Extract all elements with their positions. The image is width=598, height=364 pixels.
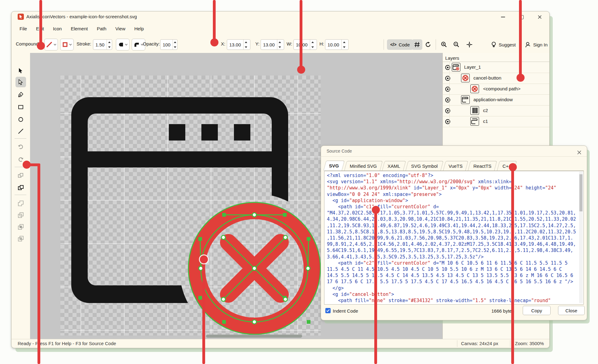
- y-spinner[interactable]: 13.00: [261, 39, 284, 50]
- stroke-label: Stroke:: [77, 41, 91, 46]
- spinner-arrows[interactable]: [341, 40, 347, 50]
- fill-color-button[interactable]: [60, 39, 74, 50]
- copy-button[interactable]: Copy: [523, 306, 551, 315]
- indent-code-label[interactable]: Indent Code: [333, 308, 358, 314]
- drawing-region[interactable]: [60, 76, 321, 336]
- code-button[interactable]: </> Code: [387, 39, 413, 50]
- signin-button[interactable]: Sign In: [522, 39, 550, 50]
- tab-svg[interactable]: SVG: [323, 161, 345, 171]
- rectangle-tool[interactable]: [15, 102, 26, 112]
- layer-row[interactable]: application-window: [443, 94, 549, 106]
- toolbar-divider: [384, 39, 384, 50]
- layer-row[interactable]: <compound path>: [443, 84, 549, 95]
- opacity-spinner[interactable]: 100: [160, 39, 178, 50]
- x-spinner[interactable]: 13.00: [227, 39, 250, 50]
- spinner-arrows[interactable]: [173, 40, 177, 50]
- layer-row[interactable]: Layer_1: [443, 62, 549, 73]
- code-scrollbar-thumb[interactable]: [579, 174, 583, 211]
- zoom-in-button[interactable]: [439, 39, 449, 50]
- minimize-button[interactable]: [498, 13, 508, 21]
- status-divider: [510, 340, 510, 347]
- compound-icon: [18, 185, 24, 191]
- visibility-eye-icon[interactable]: [445, 119, 451, 125]
- annotation-line: [374, 210, 377, 364]
- status-message: Ready - Press F1 for Help - F3 for Sourc…: [18, 341, 116, 346]
- tab-xaml[interactable]: XAML: [382, 161, 406, 171]
- menu-path[interactable]: Path: [97, 26, 106, 31]
- center-crosshair-icon: [466, 41, 473, 48]
- rotate-view-button[interactable]: [423, 39, 433, 50]
- group-tool[interactable]: [15, 171, 26, 181]
- stroke-color-button[interactable]: [44, 39, 58, 50]
- menu-view[interactable]: View: [115, 26, 125, 31]
- suggest-button[interactable]: Suggest: [488, 39, 519, 50]
- zoom-out-button[interactable]: [451, 39, 462, 50]
- tab-reactts[interactable]: ReactTS: [468, 161, 497, 171]
- visibility-eye-icon[interactable]: [445, 86, 451, 92]
- layer-row[interactable]: c2: [443, 105, 549, 116]
- spinner-arrows[interactable]: [107, 40, 112, 50]
- circle-icon: [18, 117, 24, 122]
- c2-bars-icon: [470, 106, 479, 115]
- visibility-eye-icon[interactable]: [445, 75, 451, 81]
- w-spinner[interactable]: 10.00: [293, 39, 317, 50]
- y-label: Y:: [255, 41, 259, 46]
- visibility-eye-icon[interactable]: [445, 108, 451, 114]
- annotation-dot: [372, 206, 380, 214]
- tab-minified-svg[interactable]: Minified SVG: [344, 161, 383, 171]
- union-tool[interactable]: [15, 198, 26, 209]
- layer-label[interactable]: c2: [483, 108, 488, 113]
- code-glyph-icon: </>: [390, 42, 396, 47]
- layer-label[interactable]: <compound path>: [483, 86, 521, 91]
- spinner-arrows[interactable]: [277, 40, 282, 50]
- menu-help[interactable]: Help: [134, 26, 144, 31]
- line-cap-button[interactable]: [116, 39, 130, 50]
- layer-label[interactable]: cancel-button: [473, 75, 501, 80]
- pen-tool[interactable]: [15, 89, 26, 100]
- visibility-eye-icon[interactable]: [445, 64, 451, 71]
- tool-divider: [15, 195, 26, 195]
- select-arrow-icon: [18, 68, 24, 74]
- annotation-line: [213, 0, 216, 42]
- tab-svg-symbol[interactable]: SVG Symbol: [406, 161, 443, 171]
- opacity-value: 100: [160, 40, 173, 50]
- direct-select-tool[interactable]: [15, 77, 26, 87]
- stroke-width-spinner[interactable]: 1.50: [93, 39, 112, 50]
- layer-label[interactable]: c1: [483, 119, 488, 124]
- subtract-tool[interactable]: [15, 210, 26, 220]
- close-button[interactable]: [535, 13, 544, 21]
- pen-nib-icon: [18, 92, 24, 98]
- spinner-arrows[interactable]: [310, 40, 315, 50]
- intersect-icon: [18, 224, 24, 230]
- dialog-close-icon[interactable]: [576, 149, 583, 156]
- h-spinner[interactable]: 10.00: [325, 39, 349, 50]
- intersect-tool[interactable]: [15, 222, 26, 232]
- undo-button[interactable]: [15, 141, 26, 152]
- c1-window-icon: [470, 117, 479, 126]
- icon-artwork: [60, 76, 321, 336]
- layer-row[interactable]: cancel-button: [443, 73, 549, 84]
- visibility-eye-icon[interactable]: [445, 97, 451, 103]
- layer-label[interactable]: application-window: [473, 97, 513, 102]
- x-label: X:: [221, 41, 225, 46]
- indent-code-checkbox[interactable]: [325, 308, 331, 313]
- tab-vuets[interactable]: VueTS: [443, 161, 468, 171]
- menu-icon[interactable]: Icon: [53, 26, 62, 31]
- horizontal-scrollbar[interactable]: [206, 335, 302, 338]
- close-dialog-button[interactable]: Close: [558, 306, 585, 315]
- code-scrollbar[interactable]: [579, 172, 583, 303]
- center-view-button[interactable]: [464, 39, 475, 50]
- code-viewer[interactable]: <?xml version="1.0" encoding="utf-8"?><s…: [324, 171, 584, 305]
- grid-toggle-button[interactable]: [412, 39, 422, 50]
- layer-label[interactable]: Layer_1: [464, 64, 481, 70]
- layer-row[interactable]: c1: [443, 116, 549, 127]
- spinner-arrows[interactable]: [243, 40, 248, 50]
- ellipse-tool[interactable]: [15, 114, 26, 125]
- menu-element[interactable]: Element: [71, 26, 88, 31]
- line-tool[interactable]: [15, 126, 26, 136]
- menu-file[interactable]: File: [20, 26, 27, 31]
- h-value: 10.00: [325, 40, 341, 50]
- select-tool[interactable]: [15, 65, 26, 76]
- compound-tool[interactable]: [15, 183, 26, 193]
- exclude-tool[interactable]: [15, 233, 26, 244]
